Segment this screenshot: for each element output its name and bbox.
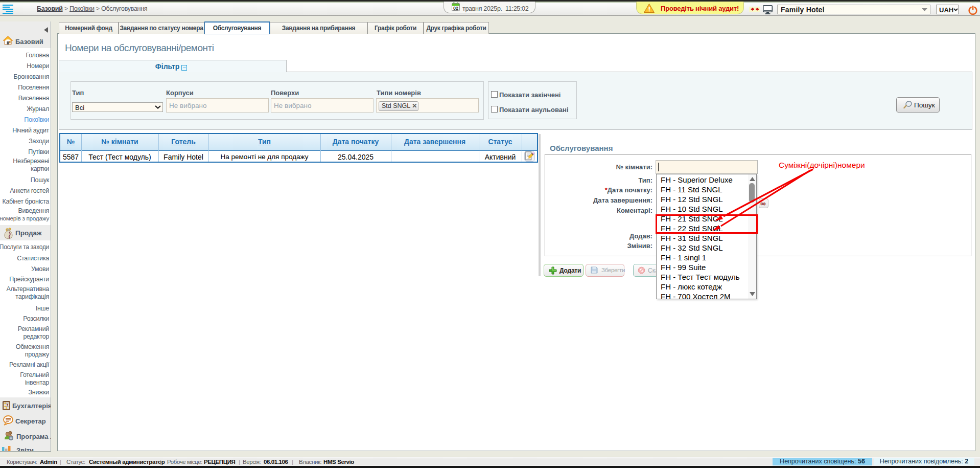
svg-text:02: 02 [453, 6, 458, 11]
